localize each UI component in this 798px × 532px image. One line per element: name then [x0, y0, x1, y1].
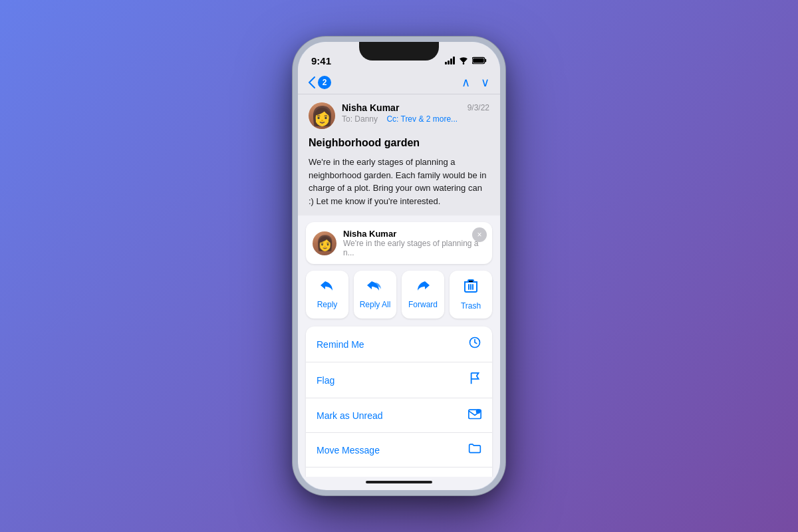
sender-info: Nisha Kumar 9/3/22 To: Danny Cc: Trev & …	[342, 102, 489, 124]
unread-badge: 2	[318, 76, 331, 89]
home-indicator	[298, 477, 500, 490]
notch	[359, 42, 439, 61]
remind-me-label: Remind Me	[317, 339, 364, 350]
forward-label: Forward	[408, 300, 438, 309]
reply-all-button[interactable]: Reply All	[354, 271, 396, 319]
reply-icon	[319, 279, 335, 296]
status-bar: 9:41	[298, 42, 500, 71]
email-content-area: Nisha Kumar 9/3/22 To: Danny Cc: Trev & …	[298, 94, 500, 215]
remind-me-item[interactable]: Remind Me	[306, 327, 492, 362]
email-subject: Neighborhood garden	[309, 137, 489, 149]
trash-button[interactable]: Trash	[450, 271, 492, 319]
trash-icon	[464, 279, 477, 297]
next-message-button[interactable]: ∨	[481, 75, 489, 90]
nav-arrows: ∧ ∨	[462, 75, 489, 90]
email-preview-card: 👩 Nisha Kumar We're in the early stages …	[306, 222, 492, 264]
preview-text: Nisha Kumar We're in the early stages of…	[343, 229, 485, 257]
move-message-item[interactable]: Move Message	[306, 433, 492, 467]
flag-label: Flag	[317, 375, 334, 386]
avatar-image	[309, 102, 335, 129]
prev-message-button[interactable]: ∧	[462, 75, 470, 90]
forward-button[interactable]: Forward	[402, 271, 444, 319]
signal-icon	[445, 57, 455, 65]
flag-item[interactable]: Flag	[306, 362, 492, 398]
svg-point-7	[476, 409, 481, 414]
reply-button[interactable]: Reply	[306, 271, 348, 319]
email-body: We're in the early stages of planning a …	[309, 156, 489, 207]
wifi-icon	[458, 57, 469, 65]
mark-unread-label: Mark as Unread	[317, 410, 383, 421]
mark-unread-item[interactable]: Mark as Unread	[306, 398, 492, 433]
phone-frame: 9:41	[293, 37, 505, 495]
svg-rect-3	[473, 58, 484, 63]
trash-label: Trash	[461, 301, 481, 311]
sender-name: Nisha Kumar	[342, 102, 399, 113]
menu-section: Remind Me Flag	[306, 327, 492, 477]
email-header: Nisha Kumar 9/3/22 To: Danny Cc: Trev & …	[309, 102, 489, 129]
preview-sender-name: Nisha Kumar	[343, 229, 485, 239]
to-field: To: Danny	[342, 114, 378, 124]
svg-rect-2	[485, 59, 486, 63]
move-message-icon	[468, 442, 481, 458]
preview-snippet: We're in the early stages of planning a …	[343, 239, 485, 257]
home-bar	[366, 481, 432, 483]
archive-message-item[interactable]: Archive Message	[306, 467, 492, 477]
forward-icon	[415, 279, 431, 296]
sender-row: Nisha Kumar 9/3/22	[342, 102, 489, 113]
status-time: 9:41	[311, 55, 331, 66]
nav-bar: 2 ∧ ∨	[298, 71, 500, 94]
move-message-label: Move Message	[317, 445, 380, 456]
action-buttons-row: Reply Reply All	[298, 271, 500, 319]
battery-icon	[472, 57, 487, 65]
reply-all-icon	[366, 279, 384, 296]
reply-label: Reply	[317, 300, 338, 309]
action-sheet: 👩 Nisha Kumar We're in the early stages …	[298, 215, 500, 477]
recipients[interactable]: To: Danny Cc: Trev & 2 more...	[342, 114, 489, 124]
sender-avatar	[309, 102, 335, 129]
preview-avatar: 👩	[313, 231, 336, 255]
email-date: 9/3/22	[467, 103, 489, 112]
status-icons	[445, 57, 487, 65]
close-preview-button[interactable]: ×	[472, 227, 487, 242]
reply-all-label: Reply All	[360, 300, 391, 309]
phone-screen: 9:41	[298, 42, 500, 490]
remind-me-icon	[468, 336, 481, 352]
nav-left: 2	[309, 76, 331, 89]
mark-unread-icon	[468, 408, 481, 423]
flag-icon	[469, 372, 481, 388]
cc-field[interactable]: Cc: Trev & 2 more...	[386, 114, 458, 124]
svg-point-0	[463, 63, 465, 65]
back-button[interactable]	[309, 76, 315, 88]
